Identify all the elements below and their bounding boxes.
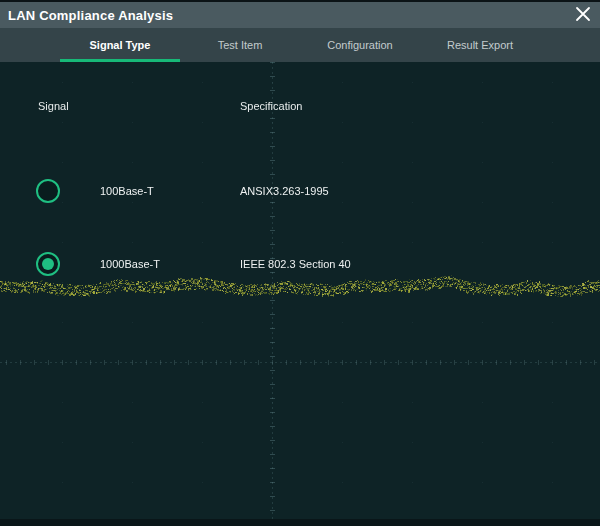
column-header-signal: Signal	[38, 96, 69, 116]
column-header-specification: Specification	[240, 96, 302, 116]
signal-label: 1000Base-T	[100, 258, 160, 270]
specification-label: ANSIX3.263-1995	[240, 185, 329, 197]
radio-1000base-t-selected[interactable]	[36, 252, 60, 276]
signal-row-1000base-t[interactable]: 1000Base-TIEEE 802.3 Section 40	[0, 241, 600, 287]
specification-label: IEEE 802.3 Section 40	[240, 258, 351, 270]
signal-row-100base-t[interactable]: 100Base-TANSIX3.263-1995	[0, 168, 600, 214]
radio-100base-t[interactable]	[36, 179, 60, 203]
radio-dot	[42, 258, 54, 270]
oscilloscope-screen: LAN Compliance Analysis Signal TypeTest …	[0, 0, 600, 526]
screen-bottom-edge	[0, 519, 600, 526]
table-header-row: Signal Specification	[0, 96, 600, 116]
signal-label: 100Base-T	[100, 185, 154, 197]
